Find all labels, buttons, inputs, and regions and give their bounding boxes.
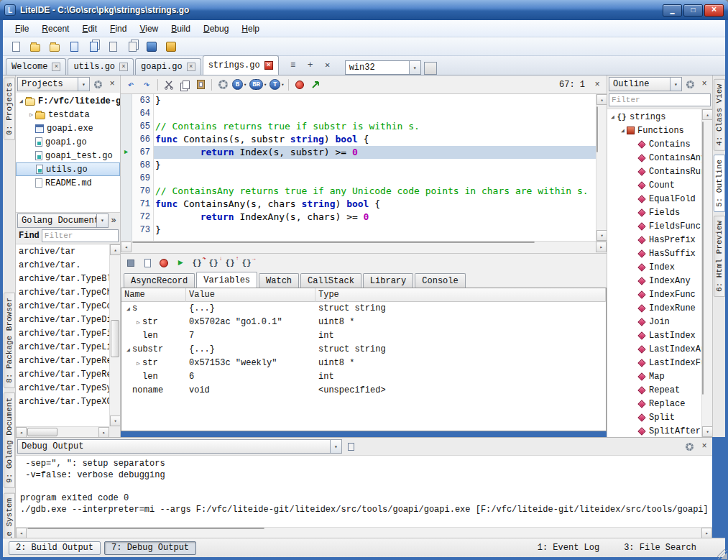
scroll-down-icon[interactable]: ▾ [702,426,712,437]
debug-tab-asyncrecord[interactable]: AsyncRecord [124,273,195,288]
record-icon[interactable] [157,256,171,270]
close-panel-icon[interactable]: × [106,78,119,91]
outline-tree-item[interactable]: Fields [607,206,701,219]
outline-tree-item[interactable]: Join [607,315,701,329]
doc-list-item[interactable]: archive/tar.TypeDir [16,313,109,327]
project-tree-item[interactable]: README.md [16,176,120,190]
project-tree-item[interactable]: goapi.go [16,135,120,149]
tab-close-icon[interactable]: × [52,63,60,71]
menu-debug[interactable]: Debug [197,22,235,36]
outline-tree-item[interactable]: IndexFunc [607,288,701,301]
chevron-down-icon[interactable]: ▾ [78,78,89,91]
scroll-left-icon[interactable]: ◂ [16,427,27,437]
doc-list-item[interactable]: archive/tar.TypeXGlobalHeader [16,395,109,409]
variable-row[interactable]: ◢substr{...}struct string [121,343,606,357]
scroll-track[interactable] [27,528,701,538]
tab-Welcome[interactable]: Welcome× [6,58,66,75]
stop-icon[interactable] [124,256,138,270]
tab-strings-go[interactable]: strings.go× [203,55,279,75]
editor-vscrollbar[interactable]: ▴ ▾ [596,94,607,241]
expand-panel-icon[interactable]: » [109,216,119,226]
dock-tab-9-golang-document[interactable]: 9: Golang Document [4,393,15,488]
code-line[interactable]: } [154,159,596,172]
scroll-track[interactable] [27,427,98,437]
debug-tab-variables[interactable]: Variables [196,272,257,288]
dock-tab-0-projects[interactable]: 0: Projects [4,78,15,140]
home-icon[interactable] [143,39,160,55]
column-header-type[interactable]: Type [315,288,606,302]
doc-list-vscrollbar[interactable]: ▴ ▾ [109,244,120,426]
settings-gear-icon[interactable] [683,78,696,91]
expand-arrow-icon[interactable]: ▷ [134,357,142,370]
project-tree-item[interactable]: goapi_test.go [16,149,120,162]
scroll-up-icon[interactable]: ▴ [596,94,607,105]
code-line[interactable]: func ContainsAny(s, chars string) bool { [154,198,596,211]
scroll-thumb[interactable] [111,320,119,357]
chevron-down-icon[interactable]: ▾ [670,78,681,91]
chevron-down-icon[interactable]: ▾ [330,440,341,453]
scroll-down-icon[interactable]: ▾ [596,230,607,241]
doc-list-item[interactable]: archive/tar.TypeLink [16,341,109,354]
menu-find[interactable]: Find [103,22,133,36]
editor-list-icon[interactable]: ≡ [286,58,300,73]
paste-icon[interactable] [193,78,208,92]
scroll-up-icon[interactable]: ▴ [110,244,120,255]
project-tree-item[interactable]: goapi.exe [16,121,120,135]
undo-icon[interactable]: ↶ [124,78,138,92]
statusbar-item-1-event-log[interactable]: 1: Event Log [530,543,607,553]
scroll-up-icon[interactable]: ▴ [702,109,712,120]
build-icon[interactable]: B▾ [231,78,247,92]
scroll-thumb[interactable] [132,242,535,243]
column-header-name[interactable]: Name [121,288,186,302]
editor-hscrollbar[interactable]: ◂ ▸ [121,242,607,253]
open-folder-icon[interactable] [27,39,44,55]
tab-utils-go[interactable]: utils.go× [68,58,134,75]
code-line[interactable] [154,107,596,120]
outline-tree-item[interactable]: SplitAfter [607,424,701,437]
cut-icon[interactable] [162,78,176,92]
project-tree-item[interactable]: ◢F:/vfc/liteide-git [16,94,120,108]
dock-tab-6-html-preview[interactable]: 6: Html Preview [714,216,725,297]
variable-row[interactable]: nonamevoid<unspecified> [121,384,606,398]
doc-list-item[interactable]: archive/tar [16,245,109,259]
doc-list-item[interactable]: archive/tar. [16,259,109,272]
scroll-right-icon[interactable]: ▸ [701,528,712,538]
maximize-button[interactable]: □ [683,4,703,17]
settings-gear-icon[interactable] [91,78,104,91]
scroll-thumb[interactable] [702,121,704,395]
doc-list-hscrollbar[interactable]: ◂ ▸ [16,426,109,437]
output-combo[interactable]: Debug Output ▾ [17,439,342,454]
menu-build[interactable]: Build [165,22,197,36]
redo-icon[interactable]: ↷ [139,78,154,92]
copy-icon[interactable] [178,78,192,92]
code-line[interactable]: // Contains returns true if substr is wi… [154,120,596,133]
outline-tree-item[interactable]: Index [607,260,701,274]
project-tree-item[interactable]: ▷testdata [16,108,120,121]
insert-breakpoint-icon[interactable] [140,256,155,270]
debug-tab-library[interactable]: Library [363,273,413,288]
variable-row[interactable]: ◢s{...}struct string [121,302,606,316]
scroll-thumb[interactable] [27,428,57,436]
scroll-thumb[interactable] [596,106,598,152]
code-line-current[interactable]: return Index(s, substr) >= 0 [154,146,596,159]
collapse-arrow-icon[interactable]: ◢ [17,98,25,104]
outline-tree-item[interactable]: LastIndexFunc [607,356,701,369]
expand-arrow-icon[interactable]: ▷ [27,111,35,118]
clear-output-icon[interactable] [344,440,357,453]
variable-row[interactable]: len6int [121,370,606,384]
scroll-left-icon[interactable]: ◂ [16,528,27,538]
close-panel-icon[interactable]: × [698,440,711,453]
project-tree-item[interactable]: utils.go [16,162,120,176]
variable-row[interactable]: ▷str0x57153c "weekly"uint8 * [121,357,606,370]
dock-tab-8-package-browser[interactable]: 8: Package Browser [4,293,15,388]
scroll-thumb[interactable] [27,528,264,529]
statusbar-button-7-debug-output[interactable]: 7: Debug Output [104,541,196,555]
outline-filter-input[interactable] [609,93,711,106]
close-editor-icon[interactable]: ✕ [321,58,335,73]
code-area[interactable]: }// Contains returns true if substr is w… [154,94,596,241]
golang-document-combo[interactable]: Golang Document ▾ [17,214,109,228]
chevron-down-icon[interactable]: ▾ [409,61,420,74]
step-over-icon[interactable]: {}↷ [190,256,204,270]
collapse-arrow-icon[interactable]: ◢ [124,302,132,316]
golang-playground-icon[interactable] [162,39,180,55]
